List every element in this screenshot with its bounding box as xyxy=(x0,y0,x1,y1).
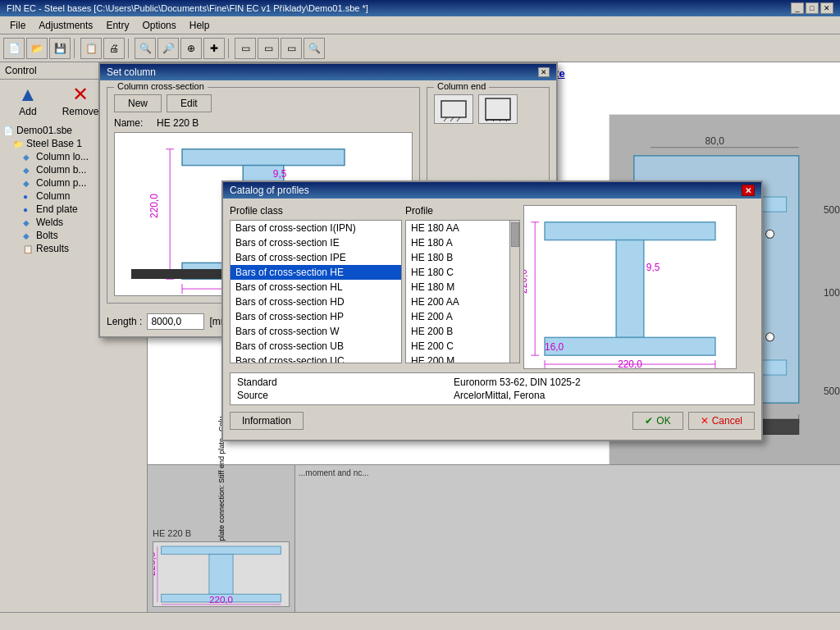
svg-point-25 xyxy=(766,230,774,238)
maximize-button[interactable]: □ xyxy=(806,2,819,14)
toolbar-zoom-in[interactable]: 🔍 xyxy=(135,38,156,59)
toolbar-save[interactable]: 💾 xyxy=(49,38,71,59)
toolbar-cross[interactable]: ✚ xyxy=(203,38,225,59)
app-title: FIN EC - Steel bases [C:\Users\Public\Do… xyxy=(7,3,368,13)
tree-item-label: Welds xyxy=(36,217,63,228)
information-button[interactable]: Information xyxy=(230,412,304,430)
col-end-free[interactable] xyxy=(434,94,473,124)
class-item-w[interactable]: Bars of cross-section W xyxy=(231,324,401,339)
tree-item-label: Demo01.sbe xyxy=(16,125,72,136)
toolbar-rect2[interactable]: ▭ xyxy=(258,38,279,59)
toolbar-open[interactable]: 📂 xyxy=(26,38,48,59)
menu-options[interactable]: Options xyxy=(135,18,182,33)
scrollbar-thumb[interactable] xyxy=(511,222,519,247)
tree-node-icon3: ◆ xyxy=(23,179,34,188)
menu-bar: File Adjustments Entry Options Help xyxy=(0,16,840,34)
profile-he200c[interactable]: HE 200 C xyxy=(406,339,519,354)
svg-rect-39 xyxy=(162,546,281,555)
class-item-hp[interactable]: Bars of cross-section HP xyxy=(231,309,401,324)
column-end-icons xyxy=(434,91,542,127)
bottom-left-info: Base plate connection: Stiff end plate -… xyxy=(148,465,295,612)
tree-item-label: End plate xyxy=(36,203,78,215)
ok-button[interactable]: ✔ OK xyxy=(632,412,682,430)
class-item-hd[interactable]: Bars of cross-section HD xyxy=(231,294,401,309)
remove-button[interactable]: ✕ Remove xyxy=(56,83,105,117)
cancel-button[interactable]: ✕ Cancel xyxy=(688,412,755,430)
class-item-uc[interactable]: Bars of cross-section UC xyxy=(231,354,401,363)
close-button[interactable]: ✕ xyxy=(820,2,833,14)
tree-item-label: Column p... xyxy=(36,177,86,189)
profile-container: Profile HE 180 AA HE 180 A HE 180 B HE 1… xyxy=(405,205,520,369)
toolbar-copy[interactable]: 📋 xyxy=(80,38,102,59)
set-column-titlebar: Set column ✕ xyxy=(100,64,556,80)
menu-entry[interactable]: Entry xyxy=(99,18,135,33)
profile-he180a[interactable]: HE 180 A xyxy=(406,235,519,250)
svg-text:16,0: 16,0 xyxy=(545,341,564,353)
tree-node-icon: ◆ xyxy=(23,153,34,162)
moment-info: ...moment and nc... xyxy=(299,468,837,477)
class-item-ipe[interactable]: Bars of cross-section IPE xyxy=(231,250,401,265)
toolbar-zoom-fit[interactable]: ⊕ xyxy=(180,38,202,59)
tree-circle-icon2: ● xyxy=(23,205,34,214)
ok-check-icon: ✔ xyxy=(645,415,653,427)
profile-class-label: Profile class xyxy=(230,205,402,217)
catalog-close[interactable]: ✕ xyxy=(742,185,755,196)
tree-results-icon: 📋 xyxy=(23,244,34,253)
tree-node-icon4: ◆ xyxy=(23,218,34,227)
profile-he200b[interactable]: HE 200 B xyxy=(406,324,519,339)
svg-rect-46 xyxy=(182,149,345,166)
profile-scrollbar[interactable] xyxy=(509,221,519,363)
catalog-preview: 220,0 220,0 9,5 16,0 xyxy=(523,205,737,369)
tree-node-icon5: ◆ xyxy=(23,231,34,240)
edit-button[interactable]: Edit xyxy=(167,94,212,112)
toolbar-rect1[interactable]: ▭ xyxy=(235,38,256,59)
class-item-ipn[interactable]: Bars of cross-section I(IPN) xyxy=(231,221,401,235)
mini-drawing: 220,0 220,0 xyxy=(153,541,290,607)
catalog-title: Catalog of profiles xyxy=(230,185,309,196)
profile-he180b[interactable]: HE 180 B xyxy=(406,250,519,265)
toolbar-rect3[interactable]: ▭ xyxy=(281,38,302,59)
svg-text:500,0: 500,0 xyxy=(824,386,840,397)
set-column-title: Set column xyxy=(107,66,156,78)
tree-item-label: Results xyxy=(36,243,69,254)
add-button[interactable]: ▲ Add xyxy=(3,83,52,117)
class-item-ub[interactable]: Bars of cross-section UB xyxy=(231,339,401,354)
toolbar-search[interactable]: 🔍 xyxy=(304,38,325,59)
name-label: Name: xyxy=(114,117,150,129)
control-label: Control xyxy=(5,65,37,76)
class-item-he[interactable]: Bars of cross-section HE xyxy=(231,265,401,280)
toolbar-print[interactable]: 🖨 xyxy=(103,38,125,59)
tree-circle-icon: ● xyxy=(23,192,34,201)
profile-he200m[interactable]: HE 200 M xyxy=(406,354,519,363)
tree-item-label: Column lo... xyxy=(36,151,89,162)
tree-item-label: Steel Base 1 xyxy=(26,138,82,149)
profile-he200a[interactable]: HE 200 A xyxy=(406,309,519,324)
profile-he180aa[interactable]: HE 180 AA xyxy=(406,221,519,235)
minimize-button[interactable]: _ xyxy=(791,2,804,14)
ok-cancel-area: ✔ OK ✕ Cancel xyxy=(632,412,755,430)
profile-list[interactable]: HE 180 AA HE 180 A HE 180 B HE 180 C HE … xyxy=(405,220,520,363)
name-value: HE 220 B xyxy=(157,117,199,129)
new-button[interactable]: New xyxy=(114,94,162,112)
cross-section-buttons: New Edit xyxy=(114,94,413,112)
toolbar-new[interactable]: 📄 xyxy=(3,38,25,59)
set-column-close[interactable]: ✕ xyxy=(538,67,550,77)
profile-he180m[interactable]: HE 180 M xyxy=(406,280,519,294)
col-end-fixed[interactable] xyxy=(478,94,518,124)
profile-he200aa[interactable]: HE 200 AA xyxy=(406,294,519,309)
tree-item-label: Bolts xyxy=(36,230,58,241)
toolbar-zoom-out[interactable]: 🔎 xyxy=(158,38,179,59)
menu-adjustments[interactable]: Adjustments xyxy=(32,18,99,33)
remove-icon: ✕ xyxy=(72,83,89,106)
add-icon: ▲ xyxy=(18,83,38,106)
class-item-ie[interactable]: Bars of cross-section IE xyxy=(231,235,401,250)
menu-file[interactable]: File xyxy=(3,18,32,33)
profile-he180c[interactable]: HE 180 C xyxy=(406,265,519,280)
profile-class-list[interactable]: Bars of cross-section I(IPN) Bars of cro… xyxy=(230,220,402,363)
cross-section-label: Column cross-section xyxy=(114,81,208,91)
svg-rect-71 xyxy=(545,222,715,240)
toolbar: 📄 📂 💾 📋 🖨 🔍 🔎 ⊕ ✚ ▭ ▭ ▭ 🔍 xyxy=(0,34,840,62)
menu-help[interactable]: Help xyxy=(183,18,217,33)
length-input[interactable] xyxy=(147,313,204,330)
class-item-hl[interactable]: Bars of cross-section HL xyxy=(231,280,401,294)
